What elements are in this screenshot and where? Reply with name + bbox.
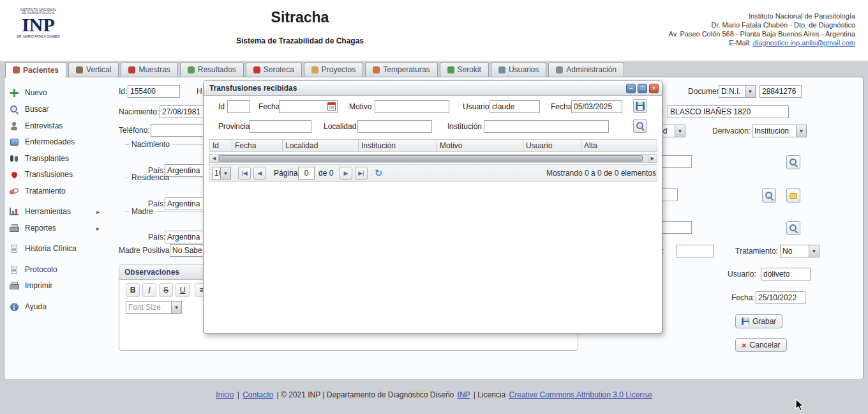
sidebar-item-transfusiones[interactable]: Transfusiones xyxy=(9,168,100,181)
usuario-input[interactable] xyxy=(761,268,811,280)
column-header-id[interactable]: Id xyxy=(210,140,232,151)
search-button-1[interactable] xyxy=(786,155,800,169)
refresh-icon[interactable]: ↻ xyxy=(372,167,385,180)
comment-icon xyxy=(789,193,797,199)
next-page-button[interactable]: ▶ xyxy=(340,167,352,180)
tratamiento-select[interactable]: No▼ xyxy=(780,245,819,257)
tab-administracion[interactable]: Administración xyxy=(548,62,624,77)
strikethrough-button[interactable]: S xyxy=(159,283,173,297)
telefono-label: Teléfono: xyxy=(119,124,150,137)
dialog-id-input[interactable] xyxy=(227,100,250,113)
sidebar-item-transplantes[interactable]: Transplantes xyxy=(9,152,100,165)
horizontal-scrollbar[interactable]: ◀ ▶ xyxy=(209,154,657,163)
chevron-right-icon: ▸ xyxy=(96,225,100,232)
scroll-left-arrow-icon[interactable]: ◀ xyxy=(210,155,219,162)
column-header-usuario[interactable]: Usuario xyxy=(523,140,581,151)
close-button[interactable]: × xyxy=(649,84,659,93)
email-link[interactable]: diagnostico.inp.anlis@gmail.com xyxy=(753,39,855,47)
sidebar-item-ayuda[interactable]: Ayuda xyxy=(9,300,100,313)
cancelar-button[interactable]: ×Cancelar xyxy=(735,338,787,352)
chevron-down-icon: ▼ xyxy=(745,86,755,97)
tab-temperaturas[interactable]: Temperaturas xyxy=(365,62,437,77)
sidebar-item-label: Herramientas xyxy=(25,207,71,216)
scrollbar-thumb[interactable] xyxy=(219,155,643,162)
documento-numero-input[interactable] xyxy=(760,85,802,98)
dialog-institucion-input[interactable] xyxy=(484,120,609,133)
column-header-motivo[interactable]: Motivo xyxy=(437,140,523,151)
derivacion-select[interactable]: Institución▼ xyxy=(752,125,807,137)
tab-serokit[interactable]: Serokit xyxy=(440,62,489,77)
sidebar-item-herramientas[interactable]: Herramientas▸ xyxy=(9,205,100,218)
last-page-button[interactable]: ▶| xyxy=(355,167,368,180)
dialog-motivo-input[interactable] xyxy=(375,100,449,113)
page-number-input[interactable] xyxy=(298,167,315,180)
mouse-cursor xyxy=(795,399,805,412)
dialog-fecha-alta-input[interactable] xyxy=(571,100,622,113)
first-page-button[interactable]: |◀ xyxy=(238,167,251,180)
inp-logo: INSTITUTO NACIONAL DE PARASITOLOGIA INP … xyxy=(15,8,61,49)
dialog-provincia-input[interactable] xyxy=(250,120,311,133)
calendar-icon[interactable] xyxy=(327,102,336,111)
direccion-input[interactable] xyxy=(668,105,789,118)
sidebar-item-nuevo[interactable]: Nuevo xyxy=(9,86,100,99)
italic-button[interactable]: I xyxy=(142,283,156,297)
column-header-alta[interactable]: Alta xyxy=(581,140,657,151)
document-icon xyxy=(9,245,19,253)
search-icon xyxy=(9,105,19,114)
org-line-3: Av. Paseo Colón 568 - Planta Baja Buenos… xyxy=(669,29,856,38)
footer-link-inp[interactable]: INP xyxy=(458,390,470,399)
dialog-save-button[interactable] xyxy=(633,99,647,113)
tab-muestras[interactable]: Muestras xyxy=(121,62,177,77)
dialog-institucion-label: Institución xyxy=(447,120,482,133)
column-header-localidad[interactable]: Localidad xyxy=(283,140,359,151)
sidebar-item-buscar[interactable]: Buscar xyxy=(9,103,100,116)
sidebar-item-enfermedades[interactable]: Enfermedades xyxy=(9,135,100,148)
search-button-2[interactable] xyxy=(762,188,776,203)
select-placeholder: Font Size xyxy=(126,303,171,312)
previous-page-button[interactable]: ◀ xyxy=(253,167,266,180)
sidebar-item-protocolo[interactable]: Protocolo xyxy=(9,263,100,276)
sidebar-item-reportes[interactable]: Reportes▸ xyxy=(9,222,100,234)
dialog-localidad-input[interactable] xyxy=(357,120,432,133)
font-size-select[interactable]: Font Size▼ xyxy=(126,301,182,314)
column-header-fecha[interactable]: Fecha xyxy=(232,140,283,151)
underline-button[interactable]: U xyxy=(176,283,190,297)
sidebar-item-imprimir[interactable]: Imprimir xyxy=(9,279,100,292)
transplant-organ-icon xyxy=(9,155,19,163)
sidebar-item-entrevistas[interactable]: Entrevistas xyxy=(9,119,100,132)
maximize-button[interactable]: □ xyxy=(638,84,647,93)
dialog-usuario-input[interactable] xyxy=(490,100,540,113)
tab-resultados[interactable]: Resultados xyxy=(180,62,244,77)
tab-pacientes[interactable]: Pacientes xyxy=(5,62,66,77)
scroll-right-arrow-icon[interactable]: ▶ xyxy=(648,155,657,162)
temperatures-icon xyxy=(373,66,380,73)
documento-tipo-select[interactable]: D.N.I.▼ xyxy=(719,85,756,98)
document-icon xyxy=(9,266,19,274)
dialog-search-button[interactable] xyxy=(633,119,647,133)
cancel-x-icon: × xyxy=(742,341,747,349)
bold-button[interactable]: B xyxy=(126,283,140,297)
sidebar-item-historia-clinica[interactable]: Historia Clínica xyxy=(9,242,100,255)
sidebar-item-tratamiento[interactable]: Tratamiento xyxy=(9,185,100,197)
fecha-input[interactable] xyxy=(677,245,714,257)
grabar-button[interactable]: Grabar xyxy=(735,314,782,328)
footer-link-license[interactable]: Creative Commons Attribution 3.0 License xyxy=(509,390,652,399)
plus-icon xyxy=(9,89,19,97)
tab-seroteca[interactable]: Seroteca xyxy=(246,62,302,77)
footer-link-contacto[interactable]: Contacto xyxy=(243,390,273,399)
results-grid-header: Id Fecha Localidad Institución Motivo Us… xyxy=(209,139,657,152)
tab-usuarios[interactable]: Usuarios xyxy=(491,62,546,77)
patient-id-input[interactable] xyxy=(128,85,180,98)
serum-bank-icon xyxy=(253,66,260,73)
page-size-select[interactable]: 10▼ xyxy=(212,167,231,180)
dialog-window-buttons: – □ × xyxy=(626,84,659,93)
dialog-localidad-label: Localidad xyxy=(324,120,356,133)
tab-proyectos[interactable]: Proyectos xyxy=(304,62,363,77)
tab-vertical[interactable]: Vertical xyxy=(68,62,119,77)
search-button-3[interactable] xyxy=(786,221,800,235)
comment-button[interactable] xyxy=(786,188,800,203)
column-header-institucion[interactable]: Institución xyxy=(359,140,437,151)
minimize-button[interactable]: – xyxy=(626,84,636,93)
footer-link-inicio[interactable]: Inicio xyxy=(216,390,234,399)
fecha-alta-input[interactable] xyxy=(756,291,805,304)
